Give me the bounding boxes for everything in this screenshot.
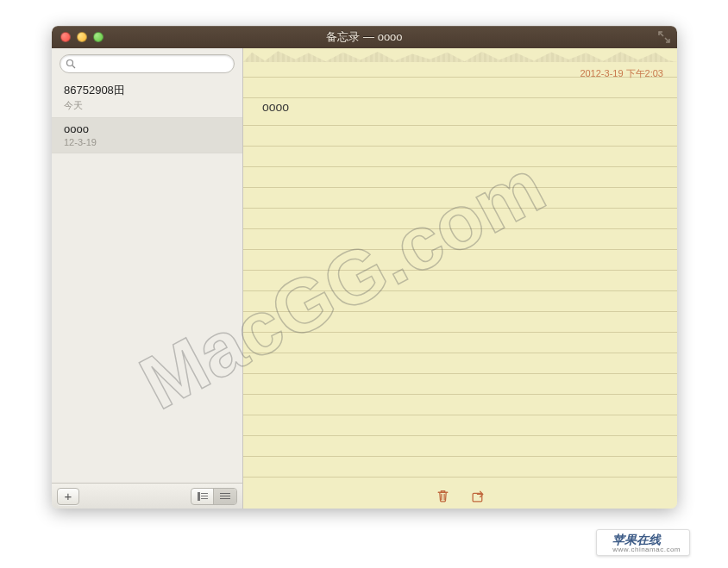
svg-rect-4 <box>201 496 208 496</box>
search-field[interactable] <box>60 54 235 73</box>
add-note-button[interactable]: + <box>57 488 79 505</box>
note-item-title: 86752908田 <box>64 83 230 98</box>
view-list-icon[interactable] <box>191 489 214 504</box>
search-icon <box>66 59 76 69</box>
svg-rect-8 <box>220 498 230 499</box>
view-toggle <box>191 488 237 505</box>
svg-rect-2 <box>198 492 200 501</box>
search-wrap <box>52 48 242 79</box>
close-icon[interactable] <box>60 32 71 42</box>
note-item[interactable]: 86752908田 今天 <box>52 79 242 118</box>
share-icon[interactable] <box>471 489 486 503</box>
zoom-icon[interactable] <box>93 32 104 42</box>
note-item-date: 12-3-19 <box>64 137 230 147</box>
note-content: 2012-3-19 下午2:03 oooo <box>243 48 677 509</box>
titlebar[interactable]: 备忘录 — oooo <box>52 26 677 48</box>
note-item-title: oooo <box>64 122 230 137</box>
svg-rect-6 <box>220 493 230 494</box>
svg-rect-7 <box>220 496 230 496</box>
content-toolbar <box>243 483 677 509</box>
view-grid-icon[interactable] <box>214 489 236 504</box>
torn-edge <box>243 48 677 62</box>
search-input[interactable] <box>79 58 229 70</box>
svg-point-0 <box>67 60 73 66</box>
note-item[interactable]: oooo 12-3-19 <box>52 118 242 154</box>
window-title: 备忘录 — oooo <box>326 29 402 45</box>
body-split: 86752908田 今天 oooo 12-3-19 + <box>52 48 677 509</box>
fullscreen-icon[interactable] <box>658 31 670 43</box>
logo-main: 苹果在线 <box>612 534 681 546</box>
sidebar-toolbar: + <box>52 483 242 509</box>
sidebar: 86752908田 今天 oooo 12-3-19 + <box>52 48 243 509</box>
note-timestamp: 2012-3-19 下午2:03 <box>580 67 663 80</box>
svg-line-1 <box>72 66 75 68</box>
note-body[interactable]: oooo <box>262 97 658 117</box>
minimize-icon[interactable] <box>77 32 87 42</box>
trash-icon[interactable] <box>436 489 450 503</box>
note-item-date: 今天 <box>64 99 230 112</box>
traffic-lights <box>60 32 104 42</box>
svg-rect-5 <box>201 498 208 499</box>
logo-sub: www.chinamac.com <box>612 546 681 553</box>
logo-badge: 苹果在线 www.chinamac.com <box>596 529 690 556</box>
svg-rect-3 <box>201 493 208 494</box>
note-paper[interactable]: 2012-3-19 下午2:03 oooo <box>243 62 677 483</box>
notes-list[interactable]: 86752908田 今天 oooo 12-3-19 <box>52 79 242 483</box>
app-window: 备忘录 — oooo 86752908田 今天 oooo 12-3-19 <box>52 26 677 509</box>
